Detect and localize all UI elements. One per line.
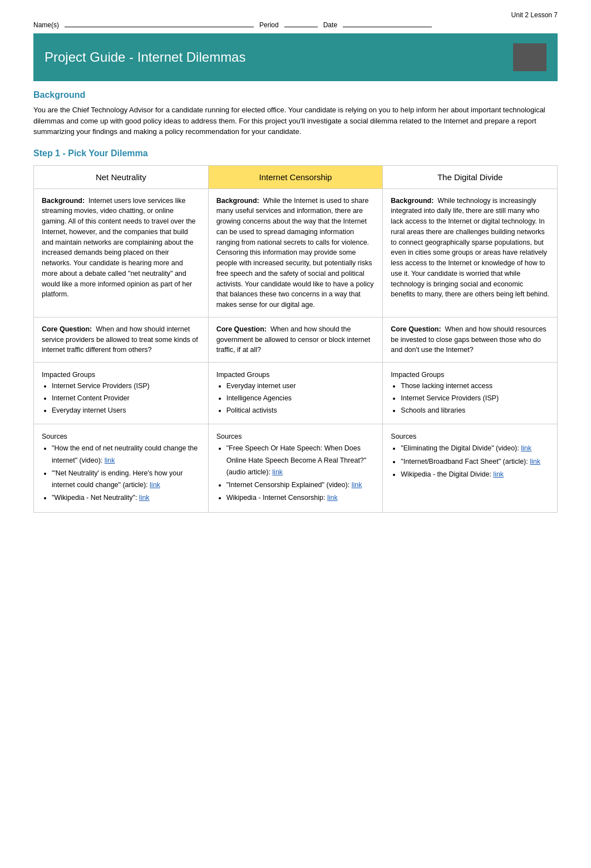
list-item: "How the end of net neutrality could cha… <box>52 443 200 467</box>
bg-label-2: Background: <box>391 197 434 205</box>
cell-core-digital-divide: Core Question: When and how should resou… <box>383 317 558 362</box>
cell-bg-net-neutrality: Background: Internet users love services… <box>34 189 209 317</box>
sources-list-1: "Free Speech Or Hate Speech: When Does O… <box>216 443 375 504</box>
name-underline <box>65 27 254 27</box>
source-link-0-1[interactable]: link <box>150 481 160 489</box>
cell-impacted-internet-censorship: Impacted Groups Everyday internet user I… <box>208 363 383 424</box>
source-link-1-0[interactable]: link <box>272 468 283 476</box>
core-label-2: Core Question: <box>391 325 441 333</box>
source-link-0-0[interactable]: link <box>105 457 115 464</box>
period-label: Period <box>259 21 279 29</box>
dilemma-table: Net Neutrality Internet Censorship The D… <box>33 165 558 513</box>
step1-title: Step 1 - Pick Your Dilemma <box>33 148 558 158</box>
header-bar: Project Guide - Internet Dilemmas <box>33 33 558 81</box>
list-item: Intelligence Agencies <box>226 393 375 404</box>
col-header-net-neutrality: Net Neutrality <box>34 165 209 189</box>
dilemma-sources-row: Sources "How the end of net neutrality c… <box>34 424 558 513</box>
sources-label-2: Sources <box>391 431 549 443</box>
date-label: Date <box>323 21 337 29</box>
list-item: Those lacking internet access <box>401 380 549 391</box>
cell-sources-internet-censorship: Sources "Free Speech Or Hate Speech: Whe… <box>208 424 383 513</box>
impacted-list-0: Internet Service Providers (ISP) Interne… <box>42 380 200 416</box>
impacted-list-2: Those lacking internet access Internet S… <box>391 380 549 416</box>
sources-list-2: "Eliminating the Digital Divide" (video)… <box>391 443 549 480</box>
source-link-1-1[interactable]: link <box>352 481 362 489</box>
list-item: Political activists <box>226 405 375 416</box>
background-title: Background <box>33 90 558 100</box>
impacted-label-0: Impacted Groups <box>42 369 200 380</box>
source-link-2-1[interactable]: link <box>530 458 540 465</box>
list-item: "Internet Censorship Explained" (video):… <box>226 479 375 491</box>
impacted-label-2: Impacted Groups <box>391 369 549 380</box>
sources-label-0: Sources <box>42 431 200 443</box>
background-section: Background You are the Chief Technology … <box>33 90 558 137</box>
unit-label: Unit 2 Lesson 7 <box>33 11 558 19</box>
dilemma-impacted-row: Impacted Groups Internet Service Provide… <box>34 363 558 424</box>
cell-core-net-neutrality: Core Question: When and how should inter… <box>34 317 209 362</box>
dilemma-background-row: Background: Internet users love services… <box>34 189 558 317</box>
list-item: Schools and libraries <box>401 405 549 416</box>
list-item: "Internet/Broadband Fact Sheet" (article… <box>401 456 549 468</box>
dilemma-core-row: Core Question: When and how should inter… <box>34 317 558 362</box>
core-label-1: Core Question: <box>216 325 267 333</box>
list-item: "'Net Neutrality' is ending. Here's how … <box>52 468 200 492</box>
name-period-date-row: Name(s) Period Date <box>33 21 558 29</box>
sources-label-1: Sources <box>216 431 375 443</box>
list-item: Internet Content Provider <box>52 393 200 404</box>
source-link-2-0[interactable]: link <box>521 444 531 452</box>
list-item: Internet Service Providers (ISP) <box>401 393 549 404</box>
source-link-0-2[interactable]: link <box>139 494 150 502</box>
name-label: Name(s) <box>33 21 59 29</box>
step1-section: Step 1 - Pick Your Dilemma Net Neutralit… <box>33 148 558 513</box>
cell-core-internet-censorship: Core Question: When and how should the g… <box>208 317 383 362</box>
bg-label-1: Background: <box>216 197 259 205</box>
cell-bg-internet-censorship: Background: While the Internet is used t… <box>208 189 383 317</box>
list-item: "Free Speech Or Hate Speech: When Does O… <box>226 443 375 478</box>
page-title: Project Guide - Internet Dilemmas <box>45 49 245 65</box>
core-label-0: Core Question: <box>42 325 92 333</box>
col-header-digital-divide: The Digital Divide <box>383 165 558 189</box>
list-item: Everyday internet Users <box>52 405 200 416</box>
date-underline <box>343 27 432 27</box>
cell-impacted-net-neutrality: Impacted Groups Internet Service Provide… <box>34 363 209 424</box>
impacted-list-1: Everyday internet user Intelligence Agen… <box>216 380 375 416</box>
list-item: Wikipedia - Internet Censorship: link <box>226 492 375 504</box>
bg-label-0: Background: <box>42 197 85 205</box>
list-item: "Eliminating the Digital Divide" (video)… <box>401 443 549 454</box>
cell-impacted-digital-divide: Impacted Groups Those lacking internet a… <box>383 363 558 424</box>
source-link-2-2[interactable]: link <box>493 470 504 478</box>
sources-list-0: "How the end of net neutrality could cha… <box>42 443 200 504</box>
cell-sources-net-neutrality: Sources "How the end of net neutrality c… <box>34 424 209 513</box>
col-header-internet-censorship: Internet Censorship <box>208 165 383 189</box>
period-underline <box>284 27 318 27</box>
cell-bg-digital-divide: Background: While technology is increasi… <box>383 189 558 317</box>
header-box-decoration <box>513 43 546 71</box>
dilemma-header-row: Net Neutrality Internet Censorship The D… <box>34 165 558 189</box>
list-item: "Wikipedia - Net Neutrality": link <box>52 492 200 504</box>
list-item: Everyday internet user <box>226 380 375 391</box>
cell-sources-digital-divide: Sources "Eliminating the Digital Divide"… <box>383 424 558 513</box>
source-link-1-2[interactable]: link <box>327 494 338 502</box>
list-item: Wikipedia - the Digital Divide: link <box>401 469 549 480</box>
background-text: You are the Chief Technology Advisor for… <box>33 105 558 137</box>
impacted-label-1: Impacted Groups <box>216 369 375 380</box>
list-item: Internet Service Providers (ISP) <box>52 380 200 391</box>
